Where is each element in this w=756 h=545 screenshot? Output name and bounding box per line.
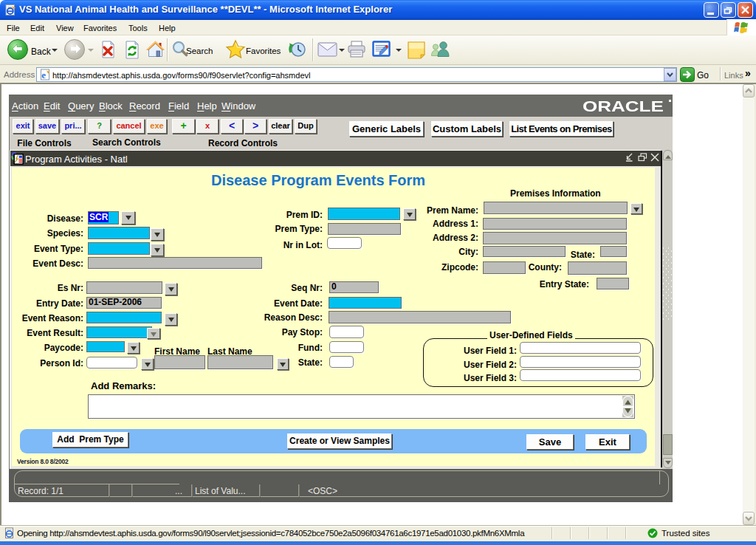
svg-text:e: e (41, 69, 46, 80)
svg-text:ORACLE: ORACLE (583, 98, 664, 114)
